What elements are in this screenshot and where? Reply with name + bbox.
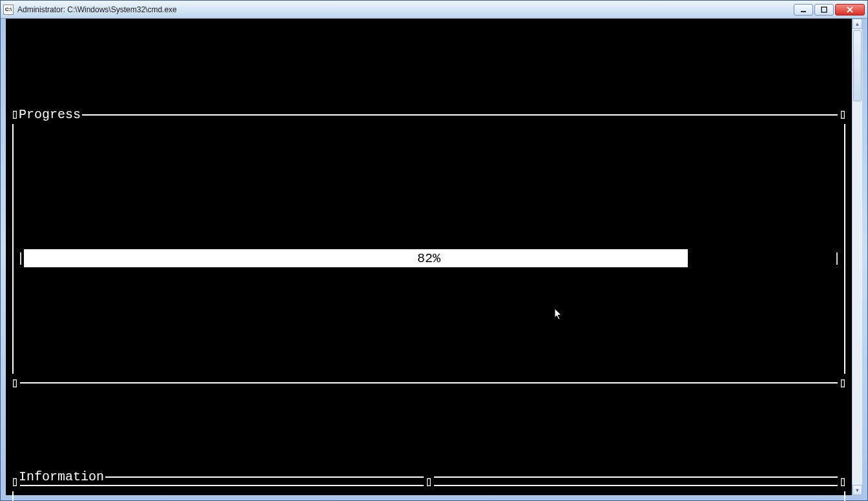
box-glyph: ▯ [424,473,434,491]
titlebar[interactable]: C:\ Administrator: C:\Windows\System32\c… [1,1,867,19]
window-title: Administrator: C:\Windows\System32\cmd.e… [17,5,177,14]
close-button[interactable] [835,4,865,15]
maximize-button[interactable] [814,4,834,15]
progress-legend: Progress [17,105,82,124]
progress-percent-text: 82% [24,249,834,267]
window-controls [794,4,865,15]
progress-panel: ▯ Progress ▯ | 82% | ▯ ▯ [12,114,845,383]
box-glyph: ▯ [10,473,20,491]
cmd-icon: C:\ [3,5,14,15]
svg-rect-0 [801,11,806,12]
progress-bar: | 82% | [17,249,840,267]
box-glyph: ▯ [10,374,20,393]
window-frame: C:\ Administrator: C:\Windows\System32\c… [0,0,868,501]
scroll-up-button[interactable]: ▲ [852,19,862,29]
information-legend: Information [17,467,105,486]
box-glyph: ▯ [838,105,848,124]
scroll-thumb[interactable] [853,30,862,101]
console-client-area: ▯ Progress ▯ | 82% | ▯ ▯ ▯ Information ▯ [6,19,852,495]
vertical-scrollbar[interactable]: ▲ ▼ [852,19,862,495]
svg-rect-1 [822,7,827,12]
progress-track: 82% [24,249,834,267]
minimize-button[interactable] [794,4,813,15]
box-glyph: ▯ [838,473,848,491]
scroll-down-button[interactable]: ▼ [852,485,862,495]
box-glyph: ▯ [838,374,848,393]
